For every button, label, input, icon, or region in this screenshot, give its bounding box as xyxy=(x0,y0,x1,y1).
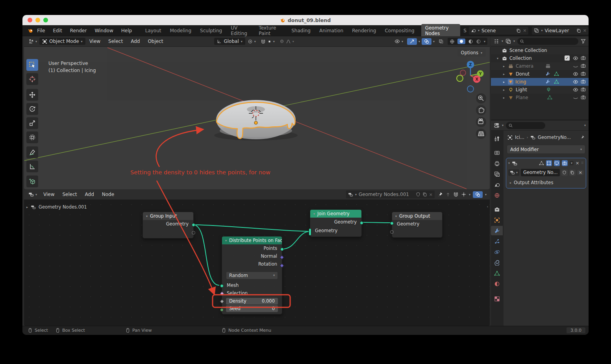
minimize-window-button[interactable] xyxy=(35,18,40,22)
output-attributes-panel[interactable]: ▸Output Attributes xyxy=(508,180,584,185)
add-modifier-dropdown[interactable]: Add Modifier▾ xyxy=(507,145,585,154)
mode-selector[interactable]: Object Mode▾ xyxy=(39,38,85,45)
tab-object-data[interactable] xyxy=(491,268,503,278)
socket-virtual-out[interactable] xyxy=(192,231,195,235)
maximize-window-button[interactable] xyxy=(43,18,48,22)
editor-type-selector[interactable]: ▾ xyxy=(26,191,39,198)
viewport-menu-select[interactable]: Select xyxy=(108,39,123,44)
disclosure-triangle[interactable]: ▸ xyxy=(502,72,506,76)
node-group-output[interactable]: ▾Group Output Geometry xyxy=(392,212,443,238)
tool-annotate[interactable] xyxy=(26,146,38,158)
viewlayer-name[interactable]: ViewLayer xyxy=(544,28,574,33)
disclosure-triangle[interactable]: ▸ xyxy=(502,96,506,100)
properties-search-input[interactable] xyxy=(506,122,545,129)
scene-name[interactable]: Scene xyxy=(481,28,514,33)
new-viewlayer-icon[interactable] xyxy=(576,28,581,33)
3d-viewport[interactable]: ▾ Object Mode▾ View Select Add Object Gl… xyxy=(24,36,490,189)
menu-window[interactable]: Window xyxy=(94,28,113,33)
workspace-tab-sculpting[interactable]: Sculpting xyxy=(200,28,222,33)
tool-cursor[interactable] xyxy=(26,73,38,85)
node-group-input[interactable]: ▾Group Input Geometry xyxy=(143,212,194,238)
exclude-checkbox[interactable]: ✓ xyxy=(565,55,570,61)
fake-user-shield-icon[interactable] xyxy=(416,192,420,197)
object-visibility-dropdown[interactable]: ▾ xyxy=(392,38,405,45)
tool-add-cube[interactable] xyxy=(26,176,38,187)
tab-material[interactable] xyxy=(491,279,503,288)
node-header[interactable]: ▾Group Output xyxy=(392,212,442,220)
socket-geometry-multi-in[interactable] xyxy=(309,228,311,236)
node-sidebar-toggle[interactable]: ▸ xyxy=(26,205,28,209)
camera-icon[interactable] xyxy=(581,95,586,100)
workspace-tab-shading[interactable]: Shading xyxy=(291,28,311,33)
viewlayer-selector[interactable]: ▾ ViewLayer × xyxy=(532,27,589,35)
workspace-tab-geometry-nodes[interactable]: Geometry Nodes xyxy=(421,24,461,37)
tab-constraints[interactable] xyxy=(491,258,503,267)
blender-logo-icon[interactable] xyxy=(28,27,33,34)
socket-mesh-in[interactable] xyxy=(220,284,224,288)
eye-icon[interactable] xyxy=(573,55,578,61)
display-mode-icon[interactable] xyxy=(505,39,511,44)
node-header[interactable]: ▾Distribute Points on Fac... xyxy=(222,237,282,244)
socket-seed-in[interactable] xyxy=(220,308,224,312)
node-right-sidebar-toggle[interactable]: ‹ xyxy=(487,205,488,209)
seed-field[interactable]: Seed0 xyxy=(226,305,278,312)
on-cage-toggle[interactable] xyxy=(539,161,544,166)
camera-icon[interactable] xyxy=(581,55,586,61)
eye-icon[interactable] xyxy=(573,87,578,92)
camera-icon[interactable] xyxy=(581,87,586,92)
tab-output[interactable] xyxy=(491,159,503,168)
solid-shading-icon[interactable] xyxy=(457,39,465,44)
menu-file[interactable]: File xyxy=(37,28,45,33)
node-menu-node[interactable]: Node xyxy=(102,192,114,197)
camera-icon[interactable] xyxy=(581,71,586,76)
eye-closed-icon[interactable] xyxy=(573,96,578,101)
tab-particles[interactable] xyxy=(491,237,503,246)
copy-node-group-icon[interactable] xyxy=(422,192,427,197)
workspace-tab-uv-editing[interactable]: UV Editing xyxy=(231,25,250,36)
workspace-tab-animation[interactable]: Animation xyxy=(319,28,343,33)
editor-type-selector[interactable]: ▾ xyxy=(26,38,39,45)
socket-virtual-in[interactable] xyxy=(390,230,394,234)
rendered-shading-icon[interactable] xyxy=(476,39,481,44)
show-overlays-toggle[interactable] xyxy=(422,38,431,45)
wireframe-shading-icon[interactable] xyxy=(450,39,455,44)
outliner-row-light[interactable]: ▸ Light xyxy=(491,86,589,94)
proportional-editing-toggle[interactable]: ▾ xyxy=(277,38,296,45)
menu-render[interactable]: Render xyxy=(70,28,87,33)
disclosure-triangle[interactable]: ▸ xyxy=(502,80,506,84)
node-group-name-field[interactable]: Geometry No... xyxy=(521,169,560,176)
workspace-tab-truncated[interactable]: S xyxy=(463,28,467,33)
close-window-button[interactable] xyxy=(28,18,32,22)
outliner-row-scene-collection[interactable]: Scene Collection xyxy=(491,46,589,54)
pivot-point-selector[interactable]: ▾ xyxy=(245,38,258,45)
node-menu-select[interactable]: Select xyxy=(63,192,77,197)
editor-type-dropdown[interactable]: ▾ xyxy=(502,124,504,127)
distribution-method-dropdown[interactable]: Random▾ xyxy=(226,272,278,279)
modifier-extras-dropdown[interactable]: ▾ xyxy=(570,161,574,165)
fake-user-shield-button[interactable] xyxy=(561,170,568,176)
disclosure-triangle[interactable]: ▸ xyxy=(502,88,506,92)
workspace-tab-layout[interactable]: Layout xyxy=(145,28,161,33)
node-group-browse[interactable]: ▾ xyxy=(508,169,519,176)
disclosure-triangle[interactable]: ▸ xyxy=(502,65,506,68)
snapping-toggle[interactable]: ▾ xyxy=(258,38,277,45)
density-field[interactable]: Density0.000 xyxy=(226,298,278,305)
tool-transform[interactable] xyxy=(26,131,38,143)
edit-mode-display-toggle[interactable] xyxy=(546,160,552,166)
shading-dropdown[interactable]: ▾ xyxy=(484,40,485,43)
node-menu-view[interactable]: View xyxy=(43,192,54,197)
tab-view-layer[interactable] xyxy=(491,169,503,179)
tab-texture[interactable] xyxy=(491,294,503,303)
snap-dropdown[interactable]: ▾ xyxy=(469,193,470,196)
transform-orientation-selector[interactable]: Global▾ xyxy=(214,38,245,45)
viewport-menu-object[interactable]: Object xyxy=(148,39,163,44)
workspace-tab-rendering[interactable]: Rendering xyxy=(352,28,376,33)
tab-modifiers[interactable] xyxy=(491,226,503,235)
geometry-node-editor[interactable]: ▾ View Select Add Node ▾ Geometry Nodes.… xyxy=(24,189,490,326)
pin-icon[interactable] xyxy=(437,192,443,198)
workspace-tab-texture-paint[interactable]: Texture Paint xyxy=(259,25,283,36)
outliner-row-collection[interactable]: ▾ Collection ✓ xyxy=(491,54,589,62)
outliner-editor-icon[interactable] xyxy=(494,39,499,44)
remove-viewlayer-icon[interactable]: × xyxy=(583,28,587,33)
snap-magnet-icon[interactable] xyxy=(453,192,459,197)
